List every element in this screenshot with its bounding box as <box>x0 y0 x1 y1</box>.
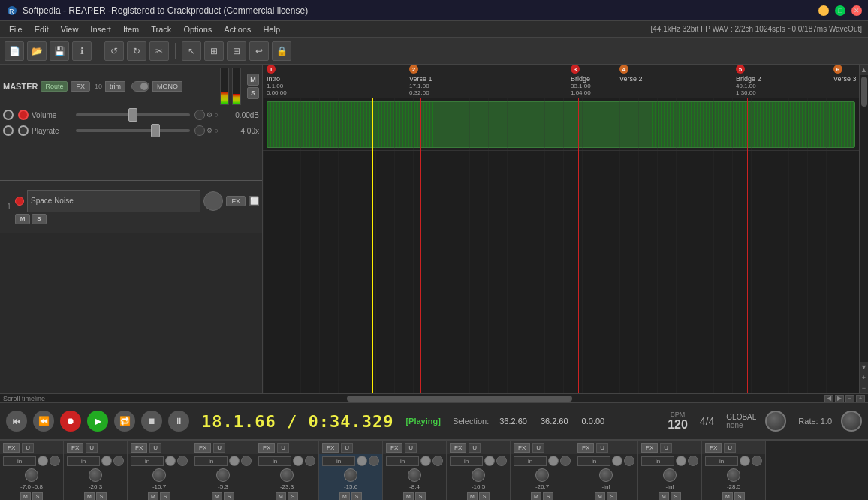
scroll-thumb-v[interactable] <box>861 77 867 107</box>
ch-pan-knob-2[interactable] <box>89 468 102 482</box>
ch-solo-btn-1[interactable]: S <box>32 492 43 500</box>
horizontal-scroll-thumb[interactable] <box>347 396 572 402</box>
ch-pan-knob-10[interactable] <box>599 468 613 482</box>
ch-io-btn-7[interactable]: U <box>405 443 417 453</box>
ch-io-btn-6[interactable]: U <box>341 443 353 453</box>
track-fx-button-1[interactable]: FX <box>226 196 246 206</box>
ch-io-btn-1[interactable]: U <box>22 443 34 453</box>
zoom-plus-btn[interactable]: + <box>856 395 865 402</box>
ch-fx-btn-2[interactable]: FX <box>67 443 83 453</box>
ch-solo-btn-8[interactable]: S <box>479 492 490 500</box>
ch-moni-1[interactable] <box>50 456 60 466</box>
open-button[interactable]: 📂 <box>27 41 47 61</box>
ch-moni-10[interactable] <box>624 456 634 466</box>
ch-moni-11[interactable] <box>688 456 698 466</box>
trim-button[interactable]: ✂ <box>149 41 169 61</box>
new-project-button[interactable]: 📄 <box>5 41 24 61</box>
ch-send-btn-3[interactable] <box>165 456 176 466</box>
master-route-button[interactable]: Route <box>41 81 68 92</box>
side-scrollbar[interactable]: ▲ ▼ + − <box>859 65 868 393</box>
volume-enable-indicator[interactable] <box>3 110 14 120</box>
snap-button[interactable]: ⊟ <box>227 41 246 61</box>
global-value[interactable]: none <box>726 421 756 429</box>
ch-send-btn-1[interactable] <box>38 456 48 466</box>
ch-io-btn-4[interactable]: U <box>213 443 225 453</box>
volume-fader-container[interactable]: ⚙ ○ <box>76 108 219 122</box>
ch-moni-7[interactable] <box>432 456 443 466</box>
ch-moni-4[interactable] <box>241 456 252 466</box>
scroll-left-btn[interactable]: ◀ <box>824 395 833 402</box>
close-button[interactable]: ✕ <box>851 5 862 16</box>
ch-pan-knob-6[interactable] <box>344 468 357 482</box>
ch-send-btn-7[interactable] <box>420 456 431 466</box>
ch-mute-btn-6[interactable]: M <box>339 492 350 500</box>
ch-io-btn-2[interactable]: U <box>86 443 98 453</box>
ch-pan-knob-7[interactable] <box>408 468 421 482</box>
ch-mute-btn-10[interactable]: M <box>595 492 605 500</box>
track-extra-btn-1[interactable]: ⬜ <box>249 196 259 206</box>
master-solo-button[interactable]: S <box>247 87 259 99</box>
ch-io-btn-9[interactable]: U <box>532 443 544 453</box>
save-button[interactable]: 💾 <box>50 41 69 61</box>
ch-send-btn-11[interactable] <box>676 456 686 466</box>
ch-mute-btn-9[interactable]: M <box>531 492 541 500</box>
ch-solo-btn-6[interactable]: S <box>351 492 362 500</box>
undo-button[interactable]: ↺ <box>104 41 124 61</box>
zoom-minus-btn[interactable]: − <box>845 395 854 402</box>
ch-moni-12[interactable] <box>752 456 762 466</box>
ch-solo-btn-2[interactable]: S <box>96 492 107 500</box>
ch-send-btn-12[interactable] <box>740 456 750 466</box>
ch-io-btn-12[interactable]: U <box>724 443 736 453</box>
time-signature[interactable]: 4/4 <box>700 415 714 427</box>
ch-pan-knob-8[interactable] <box>472 468 485 482</box>
ch-moni-9[interactable] <box>560 456 571 466</box>
ch-mute-btn-12[interactable]: M <box>722 492 733 500</box>
ch-send-btn-4[interactable] <box>229 456 240 466</box>
scroll-up-button[interactable]: ▲ <box>860 65 868 75</box>
ch-moni-2[interactable] <box>113 456 124 466</box>
menu-item[interactable]: Item <box>117 23 145 35</box>
track-name-button-1[interactable]: Space Noise <box>27 190 200 212</box>
lock-button[interactable]: 🔒 <box>272 41 291 61</box>
track-mute-btn-1[interactable]: M <box>15 214 30 224</box>
zoom-in-button[interactable]: + <box>860 372 868 383</box>
transport-pause-button[interactable]: ⏸ <box>168 411 189 432</box>
ch-mute-btn-4[interactable]: M <box>212 492 222 500</box>
ch-pan-knob-12[interactable] <box>727 468 740 482</box>
track-solo-btn-1[interactable]: S <box>32 214 47 224</box>
ch-fx-btn-3[interactable]: FX <box>131 443 147 453</box>
ch-send-btn-8[interactable] <box>484 456 495 466</box>
transport-stop-button[interactable]: ⏹ <box>141 411 162 432</box>
menu-insert[interactable]: Insert <box>84 23 117 35</box>
ch-fx-btn-7[interactable]: FX <box>386 443 402 453</box>
master-trim-button[interactable]: trim <box>105 81 125 92</box>
ch-mute-btn-5[interactable]: M <box>276 492 286 500</box>
ch-io-btn-11[interactable]: U <box>660 443 672 453</box>
menu-help[interactable]: Help <box>257 23 286 35</box>
ch-io-btn-5[interactable]: U <box>277 443 289 453</box>
playrate-enable-indicator[interactable] <box>3 125 14 136</box>
bpm-value[interactable]: 120 <box>668 418 688 432</box>
ch-solo-btn-4[interactable]: S <box>224 492 234 500</box>
ch-fx-btn-11[interactable]: FX <box>641 443 658 453</box>
ch-mute-btn-8[interactable]: M <box>467 492 478 500</box>
volume-record-indicator[interactable] <box>18 110 29 120</box>
playrate-indicator2[interactable] <box>18 125 29 136</box>
ch-fx-btn-12[interactable]: FX <box>705 443 722 453</box>
scroll-right-btn[interactable]: ▶ <box>835 395 844 402</box>
ch-io-btn-10[interactable]: U <box>596 443 608 453</box>
ch-fx-btn-8[interactable]: FX <box>450 443 466 453</box>
ch-moni-5[interactable] <box>305 456 315 466</box>
master-toggle[interactable] <box>131 81 149 92</box>
ch-pan-knob-3[interactable] <box>152 468 166 482</box>
cursor-button[interactable]: ↖ <box>182 41 201 61</box>
ch-moni-8[interactable] <box>496 456 507 466</box>
zoom-out-button[interactable]: − <box>860 383 868 393</box>
ch-pan-knob-1[interactable] <box>25 468 38 482</box>
rate-knob[interactable] <box>841 411 862 432</box>
maximize-button[interactable]: □ <box>835 5 845 16</box>
info-button[interactable]: ℹ <box>72 41 92 61</box>
ch-moni-6[interactable] <box>369 456 379 466</box>
ch-solo-btn-9[interactable]: S <box>543 492 553 500</box>
ch-pan-knob-4[interactable] <box>216 468 230 482</box>
